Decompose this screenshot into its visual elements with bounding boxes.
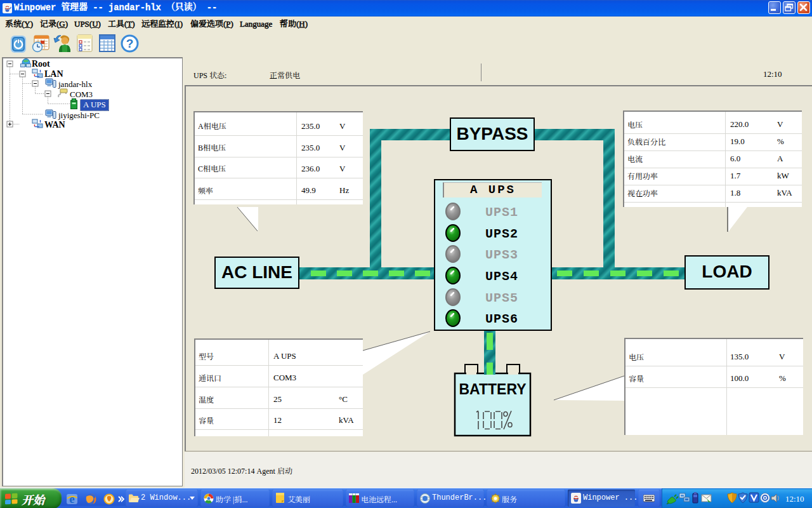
svg-text:?: ? <box>126 37 134 50</box>
svg-text:e: e <box>69 492 74 505</box>
